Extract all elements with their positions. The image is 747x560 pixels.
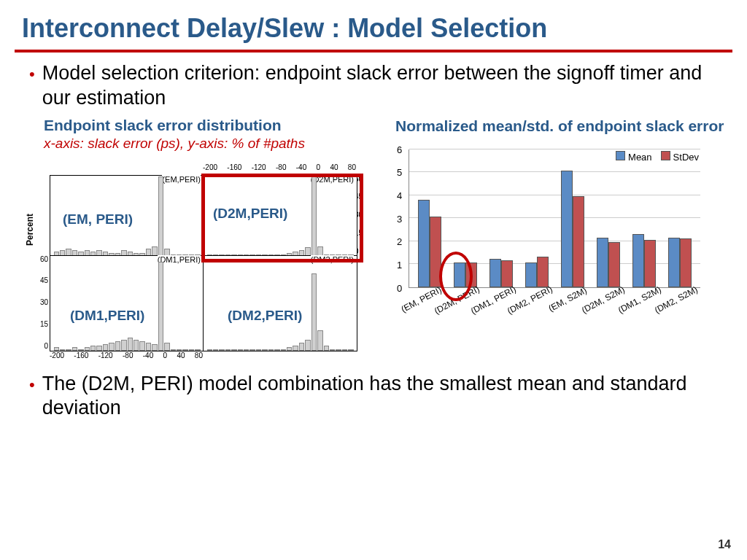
bar-group	[484, 149, 519, 287]
y-ticks-left: 015 3045 60	[34, 255, 48, 350]
bar-stdev	[501, 260, 513, 287]
x-ticks-bottom: -200-160 -120-80 -400 4080	[50, 351, 203, 359]
bullet-2: • The (D2M, PERI) model combination has …	[0, 366, 747, 427]
bullet-2-text: The (D2M, PERI) model combination has th…	[42, 372, 718, 421]
overlay-dm2-peri: (DM2,PERI)	[228, 308, 302, 324]
bar-mean	[597, 238, 608, 287]
histogram-grid: Percent -200-160 -120-80 -400 4080 -200-…	[29, 155, 372, 366]
overlay-em-peri: (EM, PERI)	[63, 211, 133, 228]
barchart-section: Normalized mean/std. of endpoint slack e…	[387, 117, 725, 366]
bar-mean	[418, 200, 430, 287]
bullet-dot-icon: •	[29, 64, 35, 85]
hist-bars	[204, 256, 357, 351]
hist-bars	[50, 256, 204, 351]
barchart: Mean StDev 6 5 4 3 2 1 0	[387, 142, 708, 332]
bar-mean	[668, 238, 680, 287]
bar-mean	[525, 262, 537, 287]
legend: Mean StDev	[616, 151, 699, 163]
bar-stdev	[537, 257, 549, 287]
bar-group	[626, 149, 662, 287]
overlay-dm1-peri: (DM1,PERI)	[70, 308, 144, 324]
bar-mean	[489, 259, 501, 287]
bullet-dot-icon: •	[29, 375, 35, 395]
hist-subtitle: Endpoint slack error distribution	[22, 117, 379, 134]
hist-panel-dm1-peri: (DM1,PERI)	[50, 255, 204, 351]
bar-stdev	[680, 238, 692, 287]
highlight-box-icon	[201, 174, 363, 262]
bar-stdev	[608, 242, 620, 287]
bar-mean	[561, 171, 573, 287]
title-rule	[15, 50, 732, 52]
bar-stdev	[644, 240, 656, 287]
hist-axis-note: x-axis: slack error (ps), y-axis: % of #…	[22, 136, 379, 152]
page-number: 14	[718, 538, 731, 551]
bar-stdev	[573, 196, 584, 287]
bar-group	[662, 149, 697, 287]
y-axis-label: Percent	[25, 213, 35, 245]
content-row: Endpoint slack error distribution x-axis…	[0, 117, 747, 366]
bullet-1: • Model selection criterion: endpoint sl…	[0, 61, 747, 117]
histogram-section: Endpoint slack error distribution x-axis…	[22, 117, 379, 366]
bullet-1-text: Model selection criterion: endpoint slac…	[42, 61, 718, 111]
legend-stdev: StDev	[661, 151, 699, 163]
hist-panel-dm2-peri: (DM2,PERI)	[203, 255, 357, 351]
highlight-ellipse-icon	[439, 252, 473, 301]
bar-group	[590, 149, 626, 287]
x-ticks-top: -200-160 -120-80 -400 4080	[203, 163, 356, 171]
bar-group	[555, 149, 591, 287]
barchart-subtitle: Normalized mean/std. of endpoint slack e…	[387, 117, 725, 135]
page-title: Interconnect Delay/Slew : Model Selectio…	[0, 0, 747, 50]
legend-mean: Mean	[616, 151, 652, 163]
bar-group	[519, 149, 555, 287]
bar-mean	[632, 234, 644, 287]
